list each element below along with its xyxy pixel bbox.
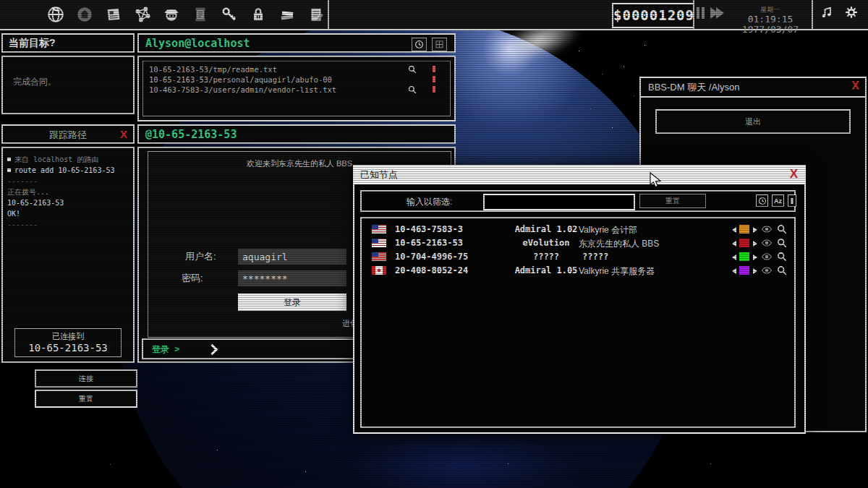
trace-line: 正在拨号... xyxy=(7,187,129,197)
top-bar: $00001209 星期一 01:19:15 1977/03/07 xyxy=(0,0,868,30)
arrow-right-icon[interactable] xyxy=(753,268,757,274)
fast-forward-button[interactable] xyxy=(710,7,724,19)
connected-status-box: 已连接到 10-65-2163-53 xyxy=(14,328,122,357)
node-ip: 10-463-7583-3 xyxy=(395,224,463,234)
files-header: Alyson@localhost xyxy=(137,33,456,53)
modal-close-icon[interactable]: X xyxy=(790,167,798,181)
node-color-square xyxy=(739,252,749,261)
filter-input[interactable] xyxy=(483,194,635,210)
objective-text: 完成合同。 xyxy=(3,57,133,88)
search-icon[interactable] xyxy=(777,252,787,264)
username-label: 用户名: xyxy=(185,250,216,263)
clock-block: 星期一 01:19:15 1977/03/07 xyxy=(734,1,807,35)
trace-close-icon[interactable]: X xyxy=(120,128,127,140)
arrow-left-icon[interactable] xyxy=(732,268,736,274)
arrow-left-icon[interactable] xyxy=(732,227,736,233)
bullet-icon xyxy=(7,158,11,161)
node-color-square xyxy=(739,266,749,275)
chevron-right-icon[interactable] xyxy=(207,344,218,356)
bbs-header: @10-65-2163-53 xyxy=(137,124,456,144)
username-field[interactable] xyxy=(238,249,346,265)
node-description: Valkyrie 会计部 xyxy=(579,224,637,236)
news-icon[interactable] xyxy=(103,4,124,25)
node-row[interactable]: 10-463-7583-3 Admiral 1.02 Valkyrie 会计部 xyxy=(362,223,794,236)
search-icon[interactable] xyxy=(408,85,417,96)
files-panel: 10-65-2163-53/tmp/readme.txt 10-65-2163-… xyxy=(137,56,456,121)
trace-header: 跟踪路径 X xyxy=(1,124,135,144)
gear-icon[interactable] xyxy=(843,4,859,20)
arrow-right-icon[interactable] xyxy=(753,241,757,247)
view-toggle-icon[interactable] xyxy=(788,194,796,207)
trace-log-panel: 来自 localhost 的路由 route add 10-65-2163-53… xyxy=(1,147,135,363)
notes-icon[interactable] xyxy=(305,4,327,25)
node-list: 10-463-7583-3 Admiral 1.02 Valkyrie 会计部 … xyxy=(360,217,796,428)
filter-reset-button[interactable]: 重置 xyxy=(639,194,706,208)
music-icon[interactable] xyxy=(819,4,835,20)
modal-titlebar[interactable]: 已知节点 X xyxy=(354,166,804,184)
arrow-right-icon[interactable] xyxy=(753,254,757,260)
atmosphere-glow xyxy=(347,434,579,488)
date-label: 1977/03/07 xyxy=(734,25,807,35)
hacker-icon[interactable] xyxy=(161,4,182,25)
file-path: 10-65-2163-53/personal/aquagirl/abufo-00 xyxy=(149,75,332,84)
bank-icon[interactable] xyxy=(74,4,95,25)
us-flag-icon xyxy=(372,239,386,247)
chat-close-icon[interactable]: X xyxy=(851,80,859,93)
sort-time-icon[interactable] xyxy=(756,194,768,207)
modal-title: 已知节点 xyxy=(360,168,398,181)
file-flag-indicator xyxy=(433,66,435,72)
node-row[interactable]: 10-704-4996-75 ????? ????? xyxy=(362,250,794,264)
network-map-icon[interactable] xyxy=(132,4,153,25)
scroll-icon[interactable] xyxy=(190,4,211,25)
us-flag-icon xyxy=(372,252,386,261)
search-icon[interactable] xyxy=(777,265,787,278)
eye-icon[interactable] xyxy=(761,239,773,249)
file-path: 10-463-7583-3/users/admin/vendor-list.tx… xyxy=(149,85,336,94)
clock-icon[interactable] xyxy=(412,38,427,51)
search-icon[interactable] xyxy=(777,238,787,250)
objective-body: 完成合同。 xyxy=(1,56,135,114)
node-description: Valkyrie 共享服务器 xyxy=(579,265,655,278)
filter-toolbar: 输入以筛选: 重置 Az xyxy=(360,190,796,212)
lock-icon[interactable] xyxy=(247,4,269,25)
node-row[interactable]: 10-65-2163-53 eVolution 东京先生的私人 BBS xyxy=(362,236,794,250)
objective-title: 当前目标? xyxy=(3,35,133,50)
books-icon[interactable] xyxy=(276,4,298,25)
file-row[interactable]: 10-65-2163-53/tmp/readme.txt xyxy=(143,64,450,74)
connected-label: 已连接到 xyxy=(15,331,121,342)
search-icon[interactable] xyxy=(777,224,787,236)
trace-line: OK! xyxy=(7,208,129,219)
key-icon[interactable] xyxy=(218,4,240,25)
eye-icon[interactable] xyxy=(761,252,773,263)
chat-exit-button[interactable]: 退出 xyxy=(655,109,851,134)
node-software: ????? xyxy=(499,252,593,262)
login-button[interactable]: 登录 xyxy=(238,294,346,311)
connected-ip: 10-65-2163-53 xyxy=(15,342,121,354)
file-row[interactable]: 10-65-2163-53/personal/aquagirl/abufo-00 xyxy=(143,74,450,85)
password-field[interactable] xyxy=(238,270,346,286)
sort-alpha-icon[interactable]: Az xyxy=(772,194,784,207)
file-flag-indicator xyxy=(433,76,435,82)
reset-button[interactable]: 重置 xyxy=(35,390,137,408)
globe-icon[interactable] xyxy=(45,4,67,25)
node-row[interactable]: 20-408-8052-24 Admiral 1.05 Valkyrie 共享服… xyxy=(362,264,794,278)
known-nodes-modal: 已知节点 X 输入以筛选: 重置 Az 10-463-7583-3 Admira… xyxy=(353,165,806,434)
file-row[interactable]: 10-463-7583-3/users/admin/vendor-list.tx… xyxy=(143,85,450,95)
window-grid-icon[interactable] xyxy=(432,38,447,51)
trace-line: route add 10-65-2163-53 xyxy=(7,165,129,176)
trace-line: 来自 localhost 的路由 xyxy=(7,154,129,165)
arrow-right-icon[interactable] xyxy=(753,227,757,233)
money-counter: $00001209 xyxy=(612,3,694,28)
arrow-left-icon[interactable] xyxy=(732,241,736,247)
weekday-label: 星期一 xyxy=(761,6,780,13)
password-label: 密码: xyxy=(182,272,203,285)
arrow-left-icon[interactable] xyxy=(732,254,736,260)
us-flag-icon xyxy=(372,225,386,234)
eye-icon[interactable] xyxy=(761,225,773,236)
trace-title: 跟踪路径 xyxy=(3,126,133,142)
connect-button[interactable]: 连接 xyxy=(35,369,137,388)
eye-icon[interactable] xyxy=(761,266,773,277)
pause-button[interactable] xyxy=(697,7,705,19)
bullet-icon xyxy=(7,168,11,172)
node-color-square xyxy=(739,239,749,247)
